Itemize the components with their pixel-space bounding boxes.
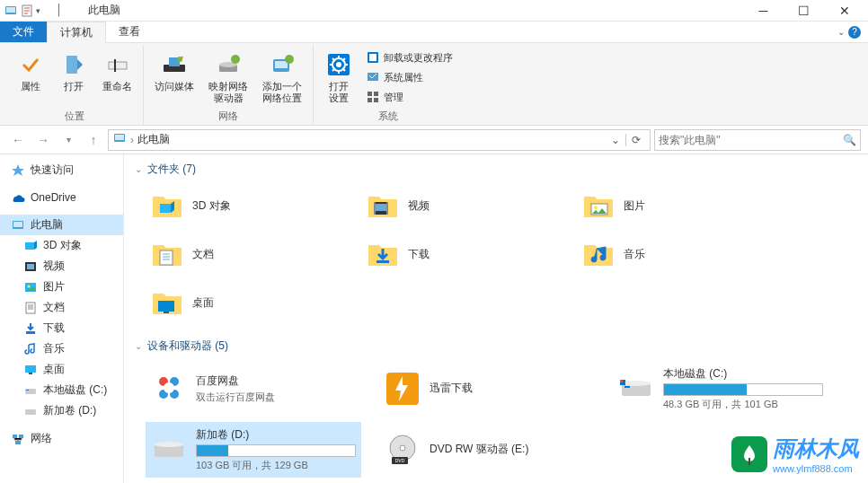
breadcrumb[interactable]: 此电脑 xyxy=(137,132,170,147)
sidebar-item-desktop[interactable]: 桌面 xyxy=(0,359,123,380)
settings-icon xyxy=(324,50,353,79)
svg-point-17 xyxy=(336,62,341,67)
minimize-button[interactable]: ─ xyxy=(743,0,784,22)
tab-view[interactable]: 查看 xyxy=(106,22,154,42)
search-box[interactable]: 🔍 xyxy=(654,129,861,151)
ribbon-help[interactable]: ⌄ ? xyxy=(830,22,868,42)
svg-rect-44 xyxy=(160,204,171,213)
drive-d[interactable]: 新加卷 (D:)103 GB 可用，共 129 GB xyxy=(146,422,361,478)
nav-recent-button[interactable]: ▾ xyxy=(58,129,79,151)
svg-rect-31 xyxy=(27,264,34,269)
drives-group-header[interactable]: ⌄ 设备和驱动器 (5) xyxy=(135,338,857,354)
maximize-button[interactable]: ☐ xyxy=(784,0,824,22)
tab-file[interactable]: 文件 xyxy=(0,22,47,42)
media-button[interactable]: 访问媒体 xyxy=(149,48,199,94)
add-location-button[interactable]: 添加一个 网络位置 xyxy=(257,48,307,106)
dropdown-qat-icon[interactable]: ▾ xyxy=(36,4,50,18)
3d-icon xyxy=(23,239,38,253)
ribbon: 属性 打开 重命名 位置 访问媒体 映射网络 驱动器 xyxy=(0,43,868,126)
drive-dvd[interactable]: DVD DVD RW 驱动器 (E:) xyxy=(379,422,595,478)
folder-music[interactable]: 音乐 xyxy=(577,233,775,276)
system-properties-button[interactable]: 系统属性 xyxy=(362,68,456,86)
drive-c[interactable]: 本地磁盘 (C:)48.3 GB 可用，共 101 GB xyxy=(613,361,828,417)
folder-documents[interactable]: 文档 xyxy=(146,233,343,276)
address-box[interactable]: › 此电脑 ⌄ ⟳ xyxy=(108,129,651,151)
chevron-down-icon: ⌄ xyxy=(135,164,142,174)
svg-rect-4 xyxy=(109,62,127,69)
sidebar-onedrive[interactable]: OneDrive xyxy=(0,188,123,207)
quick-access-toolbar: ▾ xyxy=(4,4,50,18)
svg-rect-36 xyxy=(25,365,36,373)
sidebar-item-disk-c[interactable]: 本地磁盘 (C:) xyxy=(0,380,123,400)
svg-rect-63 xyxy=(624,386,630,388)
folder-desktop[interactable]: 桌面 xyxy=(146,281,343,324)
watermark: 雨林木风 www.ylmf888.com xyxy=(731,435,859,474)
media-icon xyxy=(160,50,189,79)
network-icon xyxy=(11,432,25,446)
disk-icon xyxy=(151,432,187,468)
svg-rect-24 xyxy=(374,98,378,102)
svg-point-69 xyxy=(400,445,405,451)
search-icon[interactable]: 🔍 xyxy=(843,134,856,146)
svg-rect-46 xyxy=(376,204,386,211)
drive-thunder[interactable]: 迅雷下载 xyxy=(379,361,595,417)
nav-back-button[interactable]: ← xyxy=(7,129,29,151)
sidebar-item-music[interactable]: 音乐 xyxy=(0,338,123,359)
svg-rect-5 xyxy=(114,59,116,72)
open-button[interactable]: 打开 xyxy=(54,48,93,94)
svg-rect-28 xyxy=(13,222,22,227)
svg-rect-23 xyxy=(368,98,372,102)
sidebar-item-downloads[interactable]: 下载 xyxy=(0,318,123,338)
svg-rect-40 xyxy=(25,409,36,415)
properties-button[interactable]: 属性 xyxy=(11,48,50,94)
svg-rect-54 xyxy=(164,312,169,313)
folder-3d[interactable]: 3D 对象 xyxy=(146,184,343,227)
nav-up-button[interactable]: ↑ xyxy=(83,129,104,151)
sidebar-item-videos[interactable]: 视频 xyxy=(0,256,123,277)
chevron-down-icon: ⌄ xyxy=(135,341,142,351)
svg-rect-51 xyxy=(160,250,173,265)
sidebar-item-disk-d[interactable]: 新加卷 (D:) xyxy=(0,400,123,421)
sidebar-thispc[interactable]: 此电脑 xyxy=(0,215,123,235)
folders-group-header[interactable]: ⌄ 文件夹 (7) xyxy=(135,162,857,177)
svg-point-33 xyxy=(28,285,31,287)
sidebar-item-documents[interactable]: 文档 xyxy=(0,297,123,318)
properties-icon xyxy=(16,50,45,79)
svg-point-62 xyxy=(622,381,651,386)
svg-rect-65 xyxy=(620,380,623,382)
sidebar-item-3d[interactable]: 3D 对象 xyxy=(0,235,123,256)
sidebar-quickaccess[interactable]: 快速访问 xyxy=(0,160,123,180)
manage-button[interactable]: 管理 xyxy=(362,88,456,106)
open-settings-button[interactable]: 打开 设置 xyxy=(319,48,359,106)
map-drive-button[interactable]: 映射网络 驱动器 xyxy=(203,48,253,106)
svg-rect-26 xyxy=(115,135,124,140)
folder-downloads[interactable]: 下载 xyxy=(361,233,559,276)
folder-videos[interactable]: 视频 xyxy=(361,184,559,227)
address-bar: ← → ▾ ↑ › 此电脑 ⌄ ⟳ 🔍 xyxy=(0,126,868,154)
properties-qat-icon[interactable] xyxy=(20,4,34,18)
search-input[interactable] xyxy=(659,134,843,146)
drive-baidu[interactable]: 百度网盘双击运行百度网盘 xyxy=(146,361,361,417)
rename-button[interactable]: 重命名 xyxy=(97,48,137,94)
tab-computer[interactable]: 计算机 xyxy=(47,22,106,43)
svg-rect-38 xyxy=(25,389,36,394)
download-icon xyxy=(23,321,38,336)
sidebar-network[interactable]: 网络 xyxy=(0,428,123,449)
close-button[interactable]: ✕ xyxy=(824,0,864,22)
svg-point-50 xyxy=(594,206,598,209)
nav-forward-button[interactable]: → xyxy=(32,129,54,151)
svg-rect-52 xyxy=(376,260,389,263)
sysprops-icon xyxy=(366,70,380,84)
uninstall-icon xyxy=(366,50,380,65)
manage-icon xyxy=(366,90,380,104)
window-title: 此电脑 xyxy=(88,3,120,18)
folder-pictures[interactable]: 图片 xyxy=(577,184,775,227)
ribbon-group-network: 访问媒体 映射网络 驱动器 添加一个 网络位置 网络 xyxy=(144,45,314,125)
svg-rect-42 xyxy=(19,435,23,438)
address-dropdown-icon[interactable]: ⌄ xyxy=(607,134,624,146)
refresh-button[interactable]: ⟳ xyxy=(625,134,646,146)
pc-icon xyxy=(11,218,25,233)
uninstall-button[interactable]: 卸载或更改程序 xyxy=(362,48,456,66)
sidebar-item-pictures[interactable]: 图片 xyxy=(0,277,123,297)
open-icon xyxy=(59,50,88,79)
